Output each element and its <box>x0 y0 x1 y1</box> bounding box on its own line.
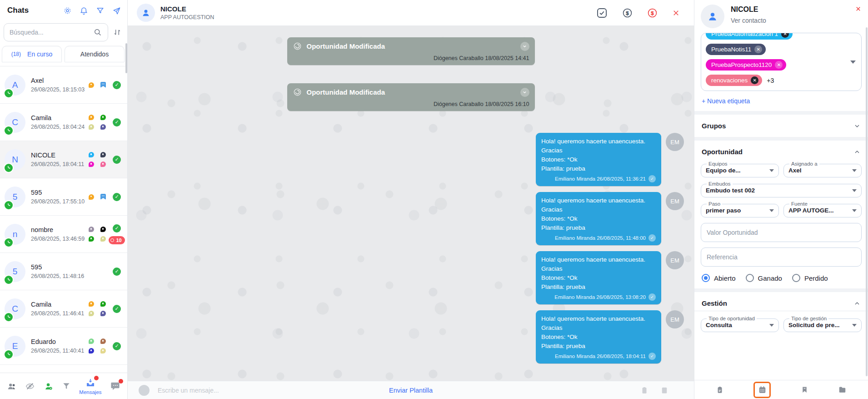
conversation-contact-name: NICOLE <box>160 5 596 13</box>
groups-section-header[interactable]: Grupos <box>694 115 868 137</box>
remove-tag-icon[interactable]: ✕ <box>754 45 762 53</box>
chat-bubble-icon[interactable] <box>110 381 120 391</box>
template-icon[interactable] <box>660 386 668 394</box>
mensajes-inbox-item[interactable]: Mensajes <box>79 378 101 395</box>
chat-datetime: 26/08/2025, 13:46:59 <box>31 236 88 242</box>
more-tags-count[interactable]: +3 <box>767 77 774 84</box>
chat-list-item-595[interactable]: 5 595 26/08/2025, 17:55:10 ✓ <box>0 178 127 216</box>
chat-list-item-eduardo[interactable]: E Eduardo 26/08/2025, 11:40:41 ✓ <box>0 328 127 365</box>
remove-tag-icon[interactable]: ✕ <box>781 33 789 38</box>
remove-tag-icon[interactable]: ✕ <box>775 61 783 69</box>
contact-panel: NICOLE Ver contacto PruebaAutomatización… <box>694 0 868 399</box>
chats-sidebar: Chats (18) En curso Atendidos <box>0 0 128 399</box>
close-conversation-icon[interactable] <box>672 9 680 17</box>
chat-datetime: 26/08/2025, 11:40:41 <box>31 348 88 354</box>
equipos-dropdown[interactable]: Equipos Equipo de... <box>701 161 779 177</box>
tag-chip[interactable]: renovaciones ✕ <box>706 75 762 86</box>
gestion-section-body: Tipo de oportunidad Consulta Tipo de ges… <box>694 311 868 338</box>
chat-list-item-nombre[interactable]: n nombre 26/08/2025, 13:46:59 ✓ 10 <box>0 216 127 253</box>
radio-ganado[interactable]: Ganado <box>746 274 782 282</box>
tags-dropdown-caret[interactable] <box>850 61 856 64</box>
tag-pin-icon <box>100 124 106 130</box>
tab-atendidos[interactable]: Atendidos <box>65 46 125 62</box>
notifications-bell-icon[interactable] <box>80 6 88 15</box>
chat-list-item-axel[interactable]: A Axel 26/08/2025, 18:15:03 ✓ <box>0 66 127 104</box>
fuente-dropdown[interactable]: Fuente APP AUTOGE... <box>783 201 862 217</box>
contacts-users-icon[interactable] <box>7 381 17 391</box>
saved-bookmark-icon[interactable] <box>801 386 808 394</box>
search-box[interactable] <box>4 23 108 41</box>
caret-down-icon <box>769 209 774 212</box>
tipo-oportunidad-dropdown[interactable]: Tipo de oportunidad Consulta <box>701 316 779 332</box>
tag-chip[interactable]: PruebaProspecto1120 ✕ <box>706 59 786 71</box>
opportunity-section-header[interactable]: Oportunidad <box>694 141 868 159</box>
tag-chip[interactable]: PruebaAutomatización 1 ✕ <box>706 33 793 40</box>
chat-list-item-nicole[interactable]: N NICOLE 26/08/2025, 18:04:11 ✓ <box>0 141 127 178</box>
tags-box: PruebaAutomatización 1 ✕ PruebaNotis11 ✕… <box>701 33 862 91</box>
close-panel-icon[interactable] <box>855 5 862 12</box>
avatar-initial: C <box>12 304 18 314</box>
debt-dollar-icon[interactable]: $ <box>647 7 658 19</box>
tag-label: PruebaNotis11 <box>711 46 751 53</box>
sort-arrows-icon[interactable] <box>113 28 122 37</box>
filter-funnel-icon[interactable] <box>96 6 105 15</box>
panel-scrollbar[interactable] <box>866 27 868 376</box>
hidden-eye-slash-icon[interactable] <box>25 381 35 391</box>
opportunity-section-body: Equipos Equipo de... Asignado a Axel Emb… <box>694 159 868 288</box>
radio-perdido[interactable]: Perdido <box>792 274 828 282</box>
embudos-dropdown[interactable]: Embudos Embudo test 002 <box>701 181 862 197</box>
chevron-down-icon[interactable] <box>520 88 529 97</box>
delivered-check-icon: ✓ <box>649 175 656 182</box>
remove-tag-icon[interactable]: ✕ <box>751 76 758 84</box>
chat-list-item-camila-2[interactable]: C Camila 26/08/2025, 11:46:41 ✓ <box>0 290 127 328</box>
search-input[interactable] <box>10 29 93 36</box>
svg-text:$: $ <box>651 10 654 15</box>
payment-dollar-icon[interactable]: $ <box>622 7 633 19</box>
settings-gear-icon[interactable] <box>63 6 72 15</box>
asignado-dropdown[interactable]: Asignado a Axel <box>783 161 862 177</box>
calendar-icon-highlighted[interactable] <box>753 382 771 398</box>
new-tag-link[interactable]: + Nueva etiqueta <box>694 91 868 110</box>
attach-icon[interactable] <box>139 385 150 396</box>
resolve-check-icon[interactable] <box>596 7 608 19</box>
paso-value: primer paso <box>706 207 741 214</box>
notes-clipboard-icon[interactable] <box>716 386 724 394</box>
whatsapp-badge-icon <box>4 88 14 98</box>
chevron-down-icon[interactable] <box>520 42 529 51</box>
list-scrollbar[interactable] <box>125 43 127 73</box>
gestion-section-header[interactable]: Gestión <box>694 292 868 311</box>
search-icon[interactable] <box>93 28 102 37</box>
asignado-value: Axel <box>788 167 802 174</box>
tipo-oportunidad-label: Tipo de oportunidad <box>707 316 757 321</box>
paso-dropdown[interactable]: Paso primer paso <box>701 201 779 217</box>
active-agent-icon[interactable] <box>44 381 54 391</box>
referencia-input[interactable] <box>701 247 862 267</box>
tag-pin-icon <box>89 348 94 354</box>
chat-list: A Axel 26/08/2025, 18:15:03 ✓ C <box>0 66 127 373</box>
message-line: Hola! queremos hacerte unaencuesta. <box>541 314 656 323</box>
view-contact-link[interactable]: Ver contacto <box>731 17 855 24</box>
attended-check-icon: ✓ <box>113 81 121 89</box>
message-input[interactable] <box>158 387 294 394</box>
chat-name: Eduardo <box>31 338 88 345</box>
tag-chip[interactable]: PruebaNotis11 ✕ <box>706 44 766 55</box>
chat-list-item-camila[interactable]: C Camila 26/08/2025, 18:04:24 ✓ <box>0 104 127 141</box>
files-folder-icon[interactable] <box>838 385 847 394</box>
message-line: Gracias <box>541 323 656 333</box>
notes-icon[interactable] <box>640 386 649 394</box>
contact-avatar <box>137 4 155 22</box>
system-message-meta: Diógenes Caraballo 18/08/2025 16:10 <box>293 101 529 107</box>
gestion-title: Gestión <box>702 299 727 307</box>
filter-footer-icon[interactable] <box>62 382 71 391</box>
radio-abierto[interactable]: Abierto <box>702 274 736 282</box>
tab-en-curso[interactable]: (18) En curso <box>2 46 62 62</box>
paso-label: Paso <box>707 201 722 207</box>
send-plane-icon[interactable] <box>112 6 121 15</box>
tipo-gestion-dropdown[interactable]: Tipo de gestión Solicitud de pre... <box>783 316 862 332</box>
chat-list-item-595-2[interactable]: 5 595 26/08/2025, 11:48:16 ✓ <box>0 253 127 290</box>
valor-oportunidad-input[interactable] <box>701 223 862 242</box>
unread-badge: 10 <box>109 236 125 244</box>
send-template-button[interactable]: Enviar Plantilla <box>389 387 433 394</box>
attended-check-icon: ✓ <box>113 305 121 313</box>
avatar-initial: n <box>13 229 18 239</box>
